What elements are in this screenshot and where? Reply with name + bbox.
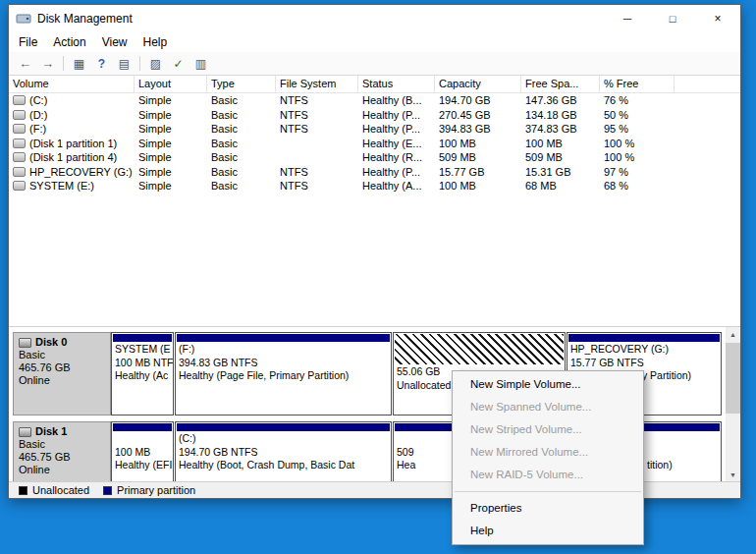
partition-f[interactable]: (F:) 394.83 GB NTFS Healthy (Page File, … (175, 332, 392, 416)
primary-partition-band (113, 423, 172, 431)
partition-status: Healthy (Ac (112, 369, 173, 382)
partition-status: Healthy (Boot, Crash Dump, Basic Dat (176, 459, 391, 471)
unallocated-hatch-band (395, 334, 564, 364)
cell-volume: SYSTEM (E:) (9, 180, 135, 192)
close-button[interactable]: × (695, 5, 740, 32)
column-header-volume[interactable]: Volume (9, 76, 135, 92)
window-title: Disk Management (37, 12, 133, 26)
minimize-button[interactable]: ─ (605, 5, 650, 32)
volume-name: (Disk 1 partition 1) (29, 138, 117, 149)
report-glyph: ▥ (195, 57, 206, 71)
cell-type: Basic (207, 138, 276, 149)
disk1-label[interactable]: Disk 1 Basic 465.75 GB Online (13, 421, 111, 481)
partition-efi[interactable]: 100 MB Healthy (EFI (111, 421, 174, 481)
cell-file-system: NTFS (276, 180, 358, 192)
partition-c[interactable]: (C:) 194.70 GB NTFS Healthy (Boot, Crash… (175, 421, 392, 481)
help-glyph: ? (98, 57, 105, 71)
menu-view[interactable]: View (94, 32, 135, 52)
vertical-scrollbar[interactable]: ▲ ▼ (726, 327, 740, 481)
cell-capacity: 15.77 GB (435, 166, 521, 178)
primary-partition-swatch (103, 486, 112, 495)
volume-list-pane: Volume Layout Type File System Status Ca… (9, 76, 740, 326)
table-row[interactable]: HP_RECOVERY (G:) Simple Basic NTFS Healt… (9, 165, 740, 180)
partition-system-e[interactable]: SYSTEM (E 100 MB NTF Healthy (Ac (111, 332, 174, 416)
menu-item-new-simple-volume[interactable]: New Simple Volume... (453, 373, 643, 396)
disk-type: Basic (19, 438, 105, 451)
cell-free-space: 374.83 GB (521, 123, 600, 135)
table-row[interactable]: (Disk 1 partition 4) Simple Basic Health… (9, 150, 740, 165)
table-row[interactable]: (D:) Simple Basic NTFS Healthy (P... 270… (9, 108, 740, 123)
show-console-tree-icon[interactable]: ▦ (68, 54, 90, 74)
partition-label: (C:) (176, 432, 391, 445)
toolbar-separator (63, 56, 64, 71)
cell-capacity: 100 MB (435, 180, 521, 192)
help-icon[interactable]: ? (90, 54, 113, 74)
hard-disk-icon (19, 338, 31, 348)
legend-unallocated-label: Unallocated (32, 484, 89, 496)
table-row[interactable]: (Disk 1 partition 1) Simple Basic Health… (9, 137, 740, 151)
cell-file-system: NTFS (276, 123, 358, 135)
scrollbar-thumb[interactable] (726, 343, 740, 414)
column-header-layout[interactable]: Layout (135, 76, 207, 92)
maximize-button[interactable]: □ (650, 5, 695, 32)
table-row[interactable]: SYSTEM (E:) Simple Basic NTFS Healthy (A… (9, 179, 740, 194)
back-icon[interactable]: ← (14, 54, 36, 74)
column-header-status[interactable]: Status (358, 76, 435, 92)
disk-name: Disk 0 (35, 336, 67, 349)
menu-help[interactable]: Help (135, 32, 176, 52)
report-icon[interactable]: ▥ (189, 54, 212, 74)
table-header: Volume Layout Type File System Status Ca… (9, 76, 740, 93)
volume-name: HP_RECOVERY (G:) (29, 166, 133, 178)
disk-properties-icon[interactable]: ▨ (144, 54, 167, 74)
menu-item-help[interactable]: Help (453, 520, 643, 542)
cell-layout: Simple (135, 151, 207, 163)
table-row[interactable]: (C:) Simple Basic NTFS Healthy (B... 194… (9, 93, 740, 108)
cell-capacity: 100 MB (435, 138, 521, 149)
column-header-capacity[interactable]: Capacity (435, 76, 521, 92)
column-header-pct-free[interactable]: % Free (600, 76, 675, 92)
cell-status: Healthy (P... (358, 123, 435, 135)
partition-size: 100 MB NTF (112, 357, 173, 369)
menu-file[interactable]: File (11, 32, 45, 52)
cell-volume: (F:) (9, 123, 135, 135)
cell-pct-free: 95 % (600, 123, 675, 135)
cell-layout: Simple (135, 109, 207, 121)
table-row[interactable]: (F:) Simple Basic NTFS Healthy (P... 394… (9, 122, 740, 137)
partition-status: Healthy (EFI (112, 459, 173, 471)
context-menu: New Simple Volume... New Spanned Volume.… (452, 370, 644, 545)
disk-properties-glyph: ▨ (150, 57, 161, 71)
check-icon[interactable]: ✓ (167, 54, 189, 74)
menu-item-new-raid5-volume: New RAID-5 Volume... (453, 464, 643, 486)
disk-name: Disk 1 (35, 425, 67, 438)
cell-free-space: 509 MB (521, 151, 600, 163)
scroll-up-icon[interactable]: ▲ (726, 327, 740, 342)
column-header-file-system[interactable]: File System (276, 76, 358, 92)
menu-bar: File Action View Help (9, 32, 740, 52)
legend-primary-partition-label: Primary partition (117, 484, 195, 496)
cell-pct-free: 76 % (600, 94, 675, 106)
menu-separator (455, 491, 641, 492)
disk-size: 465.76 GB (19, 361, 105, 374)
cell-pct-free: 100 % (600, 151, 675, 163)
disk0-label[interactable]: Disk 0 Basic 465.76 GB Online (13, 332, 111, 416)
menu-item-new-spanned-volume: New Spanned Volume... (453, 396, 643, 418)
back-glyph: ← (19, 56, 31, 71)
volume-name: (F:) (29, 123, 46, 135)
menu-action[interactable]: Action (45, 32, 93, 52)
cell-status: Healthy (P... (358, 166, 435, 178)
menu-item-properties[interactable]: Properties (453, 497, 643, 520)
primary-partition-band (177, 423, 390, 431)
column-header-free-space[interactable]: Free Spa... (521, 76, 600, 92)
disk-management-icon (16, 11, 31, 27)
disk-status: Online (19, 374, 105, 387)
partition-label: SYSTEM (E (112, 343, 173, 356)
cell-status: Healthy (P... (358, 109, 435, 121)
show-action-pane-icon[interactable]: ▤ (113, 54, 135, 74)
titlebar[interactable]: Disk Management ─ □ × (9, 5, 740, 32)
column-header-type[interactable]: Type (207, 76, 276, 92)
cell-capacity: 509 MB (435, 151, 521, 163)
volume-name: (Disk 1 partition 4) (29, 151, 117, 163)
scroll-down-icon[interactable]: ▼ (726, 468, 740, 481)
check-glyph: ✓ (173, 57, 183, 71)
forward-icon[interactable]: → (36, 54, 59, 74)
